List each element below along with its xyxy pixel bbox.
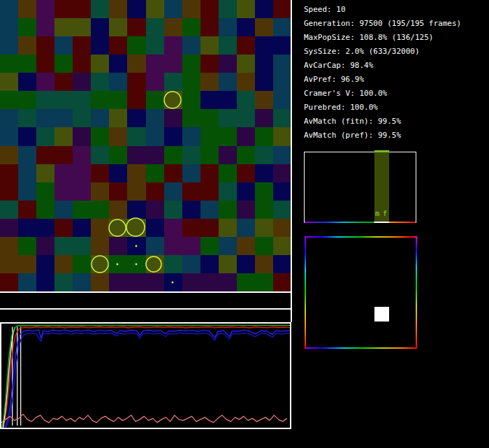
grid-cell <box>91 146 109 164</box>
series-red <box>3 327 290 428</box>
grid-cell <box>73 201 91 219</box>
grid-cell <box>109 73 127 91</box>
grid-cell <box>127 255 145 273</box>
grid-cell <box>0 255 18 273</box>
stat-speed: Speed: 10 <box>304 3 461 17</box>
grid-cell <box>73 18 91 36</box>
grid-cell <box>219 127 237 145</box>
panel-divider-vertical <box>291 0 292 322</box>
grid-cell <box>237 237 255 255</box>
grid-cell <box>36 36 54 55</box>
grid-cell <box>109 237 127 255</box>
grid-cell <box>182 18 200 36</box>
male-label: m <box>375 210 379 217</box>
grid-cell <box>18 109 36 127</box>
grid-cell <box>54 164 73 182</box>
grid-cell <box>0 164 18 182</box>
grid-cell <box>18 146 36 164</box>
grid-cell <box>54 18 73 36</box>
grid-cell <box>91 182 109 201</box>
grid-cell <box>164 219 182 237</box>
grid-cell <box>200 255 219 273</box>
grid-cell <box>0 36 18 55</box>
grid-cell <box>200 273 219 291</box>
grid-cell <box>182 73 200 91</box>
simulator-window: { "window": { "width": 700, "height": 64… <box>0 0 489 448</box>
grid-cell <box>54 55 73 73</box>
grid-cell <box>237 0 255 18</box>
grid-cell <box>91 127 109 145</box>
grid-cell <box>54 237 73 255</box>
histogram-sex-labels: mf <box>375 210 387 217</box>
grid-cell <box>146 73 164 91</box>
grid-cell <box>219 91 237 109</box>
grid-cell <box>73 164 91 182</box>
grid-cell <box>36 109 54 127</box>
grid-cell <box>36 273 54 291</box>
grid-cell <box>91 73 109 91</box>
grid-cell <box>164 255 182 273</box>
grid-cell <box>109 146 127 164</box>
grid-cell <box>255 164 273 182</box>
grid-cell <box>54 73 73 91</box>
grid-cell <box>182 109 200 127</box>
grid-cell <box>200 127 219 145</box>
grid-cell <box>73 36 91 55</box>
grid-cell <box>219 273 237 291</box>
grid-cell <box>200 91 219 109</box>
grid-cell <box>237 273 255 291</box>
chart-separator-line <box>0 308 291 310</box>
grid-cell <box>164 164 182 182</box>
world-grid[interactable] <box>0 0 291 291</box>
grid-cell <box>0 109 18 127</box>
grid-cell <box>109 255 127 273</box>
grid-cell <box>36 0 54 18</box>
grid-cell <box>18 36 36 55</box>
grid-cell <box>127 36 145 55</box>
grid-cell <box>237 73 255 91</box>
stat-syssize: SysSize: 2.0% (633/32000) <box>304 45 461 59</box>
grid-cell <box>18 73 36 91</box>
grid-cell <box>200 219 219 237</box>
grid-cell <box>0 182 18 201</box>
grid-cell <box>18 127 36 145</box>
grid-bottom-border <box>0 291 292 293</box>
grid-cell <box>36 201 54 219</box>
grid-cell <box>18 255 36 273</box>
grid-cell <box>164 237 182 255</box>
grid-cell <box>182 201 200 219</box>
stat-maxpopsize: MaxPopSize: 108.8% (136/125) <box>304 31 461 45</box>
grid-cell <box>237 55 255 73</box>
grid-cell <box>73 146 91 164</box>
grid-cell <box>73 91 91 109</box>
grid-cell <box>200 55 219 73</box>
grid-cell <box>273 219 291 237</box>
grid-cell <box>91 273 109 291</box>
grid-cell <box>109 55 127 73</box>
grid-cell <box>219 109 237 127</box>
stats-panel: Speed: 10 Generation: 97500 (195/195 fra… <box>304 3 461 143</box>
grid-cell <box>219 36 237 55</box>
grid-cell <box>73 109 91 127</box>
grid-cell <box>164 55 182 73</box>
grid-cell <box>73 55 91 73</box>
grid-cell <box>255 91 273 109</box>
grid-cell <box>219 73 237 91</box>
grid-cell <box>273 127 291 145</box>
grid-cell <box>127 201 145 219</box>
grid-cell <box>18 164 36 182</box>
grid-cell <box>91 55 109 73</box>
population-marker <box>374 307 389 321</box>
grid-cell <box>182 55 200 73</box>
grid-cell <box>182 127 200 145</box>
grid-cell <box>36 164 54 182</box>
grid-cell <box>219 0 237 18</box>
stat-purebred: Purebred: 100.0% <box>304 101 461 115</box>
grid-cell <box>109 109 127 127</box>
grid-cell <box>73 73 91 91</box>
stat-avpref: AvPref: 96.9% <box>304 73 461 87</box>
series-pink-noise <box>1 414 287 423</box>
grid-cell <box>0 0 18 18</box>
grid-cell <box>273 146 291 164</box>
grid-cell <box>109 91 127 109</box>
